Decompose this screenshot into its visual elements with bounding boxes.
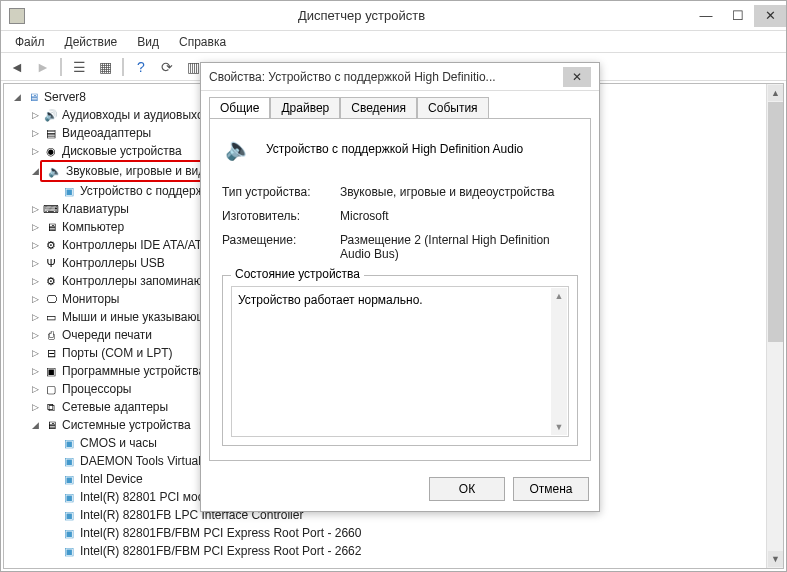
vertical-scrollbar[interactable]: ▲ ▼	[766, 84, 783, 568]
expand-icon[interactable]: ▷	[30, 236, 40, 254]
expand-icon[interactable]: ▷	[30, 326, 40, 344]
minimize-button[interactable]: —	[690, 5, 722, 27]
tree-item-label: Сетевые адаптеры	[62, 398, 168, 416]
expand-icon[interactable]: ▷	[30, 106, 40, 124]
device-icon: ▣	[61, 472, 77, 486]
device-category-icon: 🖥	[43, 220, 59, 234]
menu-file[interactable]: Файл	[5, 33, 55, 51]
status-textbox[interactable]: Устройство работает нормально. ▲ ▼	[231, 286, 569, 437]
grid-view-button[interactable]: ▦	[93, 56, 117, 78]
tree-item-label: Клавиатуры	[62, 200, 129, 218]
tree-item-label: Очереди печати	[62, 326, 152, 344]
value-loc: Размещение 2 (Internal High Definition A…	[340, 233, 578, 261]
expand-icon[interactable]: ◢	[12, 88, 22, 106]
device-icon: ▣	[61, 526, 77, 540]
device-properties: Тип устройства: Звуковые, игровые и виде…	[222, 185, 578, 261]
forward-button[interactable]: ►	[31, 56, 55, 78]
status-group-label: Состояние устройства	[231, 267, 364, 281]
scroll-down-icon[interactable]: ▼	[768, 551, 783, 567]
device-category-icon: 🔊	[43, 108, 59, 122]
scroll-up-icon[interactable]: ▲	[768, 85, 783, 101]
expand-icon[interactable]: ▷	[30, 398, 40, 416]
close-button[interactable]: ✕	[754, 5, 786, 27]
dialog-close-button[interactable]: ✕	[563, 67, 591, 87]
device-category-icon: 🖵	[43, 292, 59, 306]
titlebar: Диспетчер устройств — ☐ ✕	[1, 1, 786, 31]
separator	[122, 58, 124, 76]
device-icon: ▣	[61, 490, 77, 504]
window-title: Диспетчер устройств	[33, 8, 690, 23]
tab-events[interactable]: События	[417, 97, 489, 118]
separator	[60, 58, 62, 76]
tree-item-label: Порты (COM и LPT)	[62, 344, 173, 362]
device-category-icon: ▤	[43, 126, 59, 140]
tab-details[interactable]: Сведения	[340, 97, 417, 118]
tab-bar: Общие Драйвер Сведения События	[201, 91, 599, 118]
expand-icon[interactable]: ▷	[30, 380, 40, 398]
device-category-icon: ⚙	[43, 238, 59, 252]
dialog-title: Свойства: Устройство с поддержкой High D…	[209, 70, 563, 84]
device-category-icon: ▭	[43, 310, 59, 324]
help-button[interactable]: ?	[129, 56, 153, 78]
tree-item-label: Процессоры	[62, 380, 132, 398]
device-icon: ▣	[61, 544, 77, 558]
tree-root-label: Server8	[44, 88, 86, 106]
status-text: Устройство работает нормально.	[238, 293, 423, 307]
tree-item-label: Компьютер	[62, 218, 124, 236]
value-type: Звуковые, игровые и видеоустройства	[340, 185, 578, 199]
expand-icon[interactable]: ▷	[30, 200, 40, 218]
device-status-group: Состояние устройства Устройство работает…	[222, 275, 578, 446]
tree-item-label: Аудиовходы и аудиовыходы	[62, 106, 219, 124]
menu-view[interactable]: Вид	[127, 33, 169, 51]
expand-icon[interactable]: ▷	[30, 142, 40, 160]
ok-button[interactable]: ОК	[429, 477, 505, 501]
tree-item[interactable]: ▣Intel(R) 82801FB/FBM PCI Express Root P…	[48, 524, 764, 542]
dialog-buttons: ОК Отмена	[201, 469, 599, 511]
back-button[interactable]: ◄	[5, 56, 29, 78]
expand-icon[interactable]: ▷	[30, 362, 40, 380]
expand-icon[interactable]: ◢	[30, 162, 40, 180]
label-loc: Размещение:	[222, 233, 332, 261]
device-category-icon: ⊟	[43, 346, 59, 360]
status-scrollbar[interactable]: ▲ ▼	[551, 288, 567, 435]
expand-icon[interactable]: ▷	[30, 308, 40, 326]
menu-action[interactable]: Действие	[55, 33, 128, 51]
scan-button[interactable]: ⟳	[155, 56, 179, 78]
tree-item-label: Системные устройства	[62, 416, 191, 434]
tab-panel-general: 🔈 Устройство с поддержкой High Definitio…	[209, 118, 591, 461]
tree-item[interactable]: ▣Intel(R) 82801FB/FBM PCI Express Root P…	[48, 542, 764, 560]
expand-icon[interactable]: ▷	[30, 290, 40, 308]
expand-icon[interactable]: ▷	[30, 344, 40, 362]
expand-icon[interactable]: ◢	[30, 416, 40, 434]
device-icon: ▣	[61, 184, 77, 198]
device-category-icon: ▣	[43, 364, 59, 378]
scroll-thumb[interactable]	[768, 102, 783, 342]
device-icon: ▣	[61, 508, 77, 522]
scroll-down-icon[interactable]: ▼	[552, 420, 566, 434]
device-category-icon: ⧉	[43, 400, 59, 414]
detail-view-button[interactable]: ☰	[67, 56, 91, 78]
tree-item-label: Программные устройства	[62, 362, 205, 380]
dialog-titlebar: Свойства: Устройство с поддержкой High D…	[201, 63, 599, 91]
tree-item-label: Intel(R) 82801FB/FBM PCI Express Root Po…	[80, 524, 361, 542]
device-category-icon: ⎙	[43, 328, 59, 342]
tab-driver[interactable]: Драйвер	[270, 97, 340, 118]
device-category-icon: 🖥	[43, 418, 59, 432]
cancel-button[interactable]: Отмена	[513, 477, 589, 501]
speaker-icon: 🔈	[222, 133, 254, 165]
device-category-icon: ⚙	[43, 274, 59, 288]
maximize-button[interactable]: ☐	[722, 5, 754, 27]
label-mfg: Изготовитель:	[222, 209, 332, 223]
tab-general[interactable]: Общие	[209, 97, 270, 118]
expand-icon[interactable]: ▷	[30, 218, 40, 236]
tree-item-label: Intel Device	[80, 470, 143, 488]
label-type: Тип устройства:	[222, 185, 332, 199]
tree-item-label: Контроллеры IDE ATA/ATAPI	[62, 236, 221, 254]
device-name: Устройство с поддержкой High Definition …	[266, 142, 523, 156]
device-category-icon: Ψ	[43, 256, 59, 270]
expand-icon[interactable]: ▷	[30, 124, 40, 142]
scroll-up-icon[interactable]: ▲	[552, 289, 566, 303]
expand-icon[interactable]: ▷	[30, 272, 40, 290]
menu-help[interactable]: Справка	[169, 33, 236, 51]
expand-icon[interactable]: ▷	[30, 254, 40, 272]
